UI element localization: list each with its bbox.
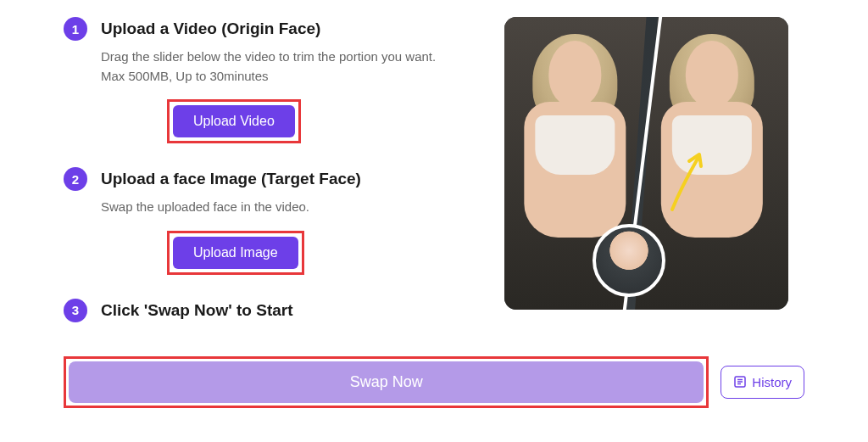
swap-now-highlight: Swap Now [64, 356, 709, 408]
step-header: 1 Upload a Video (Origin Face) [64, 17, 453, 41]
preview-image [504, 17, 788, 310]
step-description: Swap the uploaded face in the video. [101, 198, 453, 217]
arrow-icon [664, 146, 715, 214]
upload-video-button[interactable]: Upload Video [173, 105, 295, 137]
upload-image-highlight: Upload Image [167, 231, 304, 275]
step-1: 1 Upload a Video (Origin Face) Drag the … [64, 17, 453, 143]
step-header: 3 Click 'Swap Now' to Start [64, 299, 453, 322]
step-2: 2 Upload a face Image (Target Face) Swap… [64, 167, 453, 275]
history-button[interactable]: History [721, 366, 804, 399]
history-button-label: History [752, 375, 792, 389]
step-header: 2 Upload a face Image (Target Face) [64, 167, 453, 191]
step-description: Drag the slider below the video to trim … [101, 48, 453, 86]
history-icon [733, 375, 747, 389]
bottom-row: Swap Now History [64, 356, 804, 408]
upload-video-highlight: Upload Video [167, 99, 301, 143]
step-number-badge: 3 [64, 299, 87, 322]
preview-split [504, 17, 788, 310]
target-face-avatar [593, 224, 665, 297]
step-number-badge: 2 [64, 167, 87, 191]
steps-container: 1 Upload a Video (Origin Face) Drag the … [64, 17, 453, 346]
swap-now-button[interactable]: Swap Now [69, 361, 704, 403]
step-number-badge: 1 [64, 17, 87, 41]
upload-image-button[interactable]: Upload Image [173, 237, 298, 269]
step-title: Upload a face Image (Target Face) [101, 170, 361, 188]
step-3: 3 Click 'Swap Now' to Start [64, 299, 453, 322]
step-title: Upload a Video (Origin Face) [101, 20, 320, 38]
step-title: Click 'Swap Now' to Start [101, 301, 293, 320]
main-container: 1 Upload a Video (Origin Face) Drag the … [64, 17, 804, 346]
